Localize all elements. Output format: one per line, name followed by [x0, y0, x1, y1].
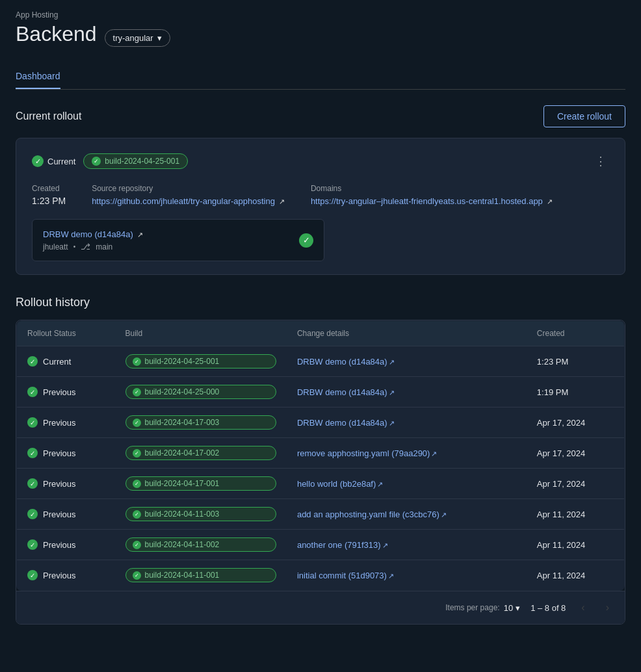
chevron-down-icon: ▾	[157, 33, 162, 43]
current-status-label: Current	[47, 157, 75, 166]
change-details-link[interactable]: hello world (bb2e8af)	[297, 479, 376, 489]
change-external-icon: ↗	[389, 358, 395, 366]
change-external-icon: ↗	[382, 541, 388, 549]
created-cell-7: Apr 11, 2024	[527, 560, 625, 591]
domain-link[interactable]: https://try-angular–jhuleatt-friendlyeat…	[311, 196, 543, 206]
page-range-info: 1 – 8 of 8	[530, 603, 566, 613]
current-rollout-title: Current rollout	[16, 110, 81, 122]
row-status-label: Previous	[43, 571, 76, 580]
tab-dashboard[interactable]: Dashboard	[16, 64, 60, 89]
row-status-label: Current	[43, 357, 71, 367]
table-build-badge: ✓ build-2024-04-11-001	[125, 568, 276, 582]
commit-user: jhuleatt	[43, 242, 68, 252]
change-details-link[interactable]: initial commit (51d9073)	[297, 571, 387, 580]
more-options-icon[interactable]: ⋮	[592, 151, 609, 171]
build-cell-2: ✓ build-2024-04-17-003	[115, 407, 287, 438]
table-build-badge: ✓ build-2024-04-11-003	[125, 507, 276, 521]
branch-selector[interactable]: try-angular ▾	[105, 29, 170, 47]
build-row-check-icon: ✓	[133, 480, 141, 488]
build-name: build-2024-04-25-000	[145, 387, 220, 396]
current-rollout-card: ✓ Current ✓ build-2024-04-25-001 ⋮ Creat…	[16, 138, 625, 275]
commit-info: DRBW demo (d14a84a) ↗ jhuleatt • ⎇ main	[43, 229, 143, 252]
change-details-cell-6: another one (791f313)↗	[287, 530, 527, 560]
build-row-check-icon: ✓	[133, 419, 141, 427]
commit-status-icon: ✓	[299, 233, 313, 248]
change-details-link[interactable]: another one (791f313)	[297, 540, 381, 550]
build-row-check-icon: ✓	[133, 449, 141, 458]
source-repo-label: Source repository	[92, 184, 285, 193]
domains-meta: Domains https://try-angular–jhuleatt-fri…	[311, 184, 553, 206]
backend-header-row: Backend try-angular ▾	[16, 22, 625, 54]
current-check-icon: ✓	[32, 155, 44, 167]
created-cell-5: Apr 11, 2024	[527, 499, 625, 530]
build-cell-6: ✓ build-2024-04-11-002	[115, 530, 287, 560]
source-repo-link[interactable]: https://github.com/jhuleatt/try-angular-…	[92, 196, 275, 206]
row-status-label: Previous	[43, 418, 76, 428]
change-details-link[interactable]: add an apphosting.yaml file (c3cbc76)	[297, 510, 439, 519]
tabs-row: Dashboard	[16, 64, 625, 90]
status-cell-5: ✓ Previous	[17, 499, 115, 530]
change-details-link[interactable]: DRBW demo (d14a84a)	[297, 387, 387, 397]
change-details-link[interactable]: DRBW demo (d14a84a)	[297, 357, 387, 367]
items-per-page: Items per page: 10 ▾	[445, 603, 520, 613]
created-cell-0: 1:23 PM	[527, 346, 625, 377]
row-check-icon: ✓	[27, 356, 38, 367]
prev-page-button[interactable]: ‹	[576, 599, 590, 616]
build-cell-7: ✓ build-2024-04-11-001	[115, 560, 287, 591]
row-status-label: Previous	[43, 387, 76, 397]
table-build-badge: ✓ build-2024-04-17-003	[125, 415, 276, 430]
build-cell-4: ✓ build-2024-04-17-001	[115, 469, 287, 499]
row-check-icon: ✓	[27, 539, 38, 550]
branch-icon: ⎇	[81, 242, 90, 252]
col-header-rollout-status: Rollout Status	[17, 321, 115, 346]
chevron-right-icon: ›	[606, 602, 609, 613]
row-check-icon: ✓	[27, 509, 38, 519]
build-badge: ✓ build-2024-04-25-001	[83, 153, 188, 169]
change-details-cell-4: hello world (bb2e8af)↗	[287, 469, 527, 499]
col-header-change-details: Change details	[287, 321, 527, 346]
build-name: build-2024-04-11-003	[145, 510, 220, 519]
change-external-icon: ↗	[377, 480, 383, 488]
current-status-badge: ✓ Current	[32, 155, 75, 167]
row-check-icon: ✓	[27, 448, 38, 458]
change-external-icon: ↗	[389, 419, 395, 427]
create-rollout-button[interactable]: Create rollout	[543, 105, 625, 127]
status-cell-1: ✓ Previous	[17, 377, 115, 407]
app-hosting-label: App Hosting	[16, 10, 625, 19]
build-cell-3: ✓ build-2024-04-17-002	[115, 438, 287, 469]
table-build-badge: ✓ build-2024-04-25-001	[125, 354, 276, 368]
build-row-check-icon: ✓	[133, 388, 141, 396]
status-cell-6: ✓ Previous	[17, 530, 115, 560]
created-meta: Created 1:23 PM	[32, 184, 66, 206]
domains-label: Domains	[311, 184, 553, 193]
commit-external-icon: ↗	[137, 231, 143, 239]
commit-card: DRBW demo (d14a84a) ↗ jhuleatt • ⎇ main …	[32, 219, 324, 261]
table-header-row: Rollout Status Build Change details Crea…	[17, 321, 625, 346]
per-page-select[interactable]: 10 ▾	[504, 603, 520, 613]
card-meta-row: Created 1:23 PM Source repository https:…	[32, 184, 609, 206]
change-details-cell-1: DRBW demo (d14a84a)↗	[287, 377, 527, 407]
commit-branch: main	[96, 242, 112, 252]
source-repo-meta: Source repository https://github.com/jhu…	[92, 184, 285, 206]
created-time: 1:23 PM	[32, 196, 66, 206]
commit-sub: jhuleatt • ⎇ main	[43, 242, 143, 252]
row-status-label: Previous	[43, 510, 76, 519]
branch-selector-label: try-angular	[113, 33, 153, 43]
table-build-badge: ✓ build-2024-04-17-002	[125, 446, 276, 460]
status-cell-3: ✓ Previous	[17, 438, 115, 469]
change-details-link[interactable]: remove apphosting.yaml (79aa290)	[297, 448, 430, 458]
table-row: ✓ Previous ✓ build-2024-04-11-001 initia…	[17, 560, 625, 591]
domain-external-icon: ↗	[547, 198, 553, 205]
page-title: Backend	[16, 22, 97, 46]
items-per-page-label: Items per page:	[445, 603, 499, 612]
commit-link[interactable]: DRBW demo (d14a84a)	[43, 229, 133, 239]
created-cell-1: 1:19 PM	[527, 377, 625, 407]
card-top-left: ✓ Current ✓ build-2024-04-25-001	[32, 153, 188, 169]
build-row-check-icon: ✓	[133, 357, 141, 366]
row-check-icon: ✓	[27, 570, 38, 580]
change-details-link[interactable]: DRBW demo (d14a84a)	[297, 418, 387, 428]
change-details-cell-3: remove apphosting.yaml (79aa290)↗	[287, 438, 527, 469]
build-cell-1: ✓ build-2024-04-25-000	[115, 377, 287, 407]
build-cell-0: ✓ build-2024-04-25-001	[115, 346, 287, 377]
next-page-button[interactable]: ›	[601, 599, 614, 616]
